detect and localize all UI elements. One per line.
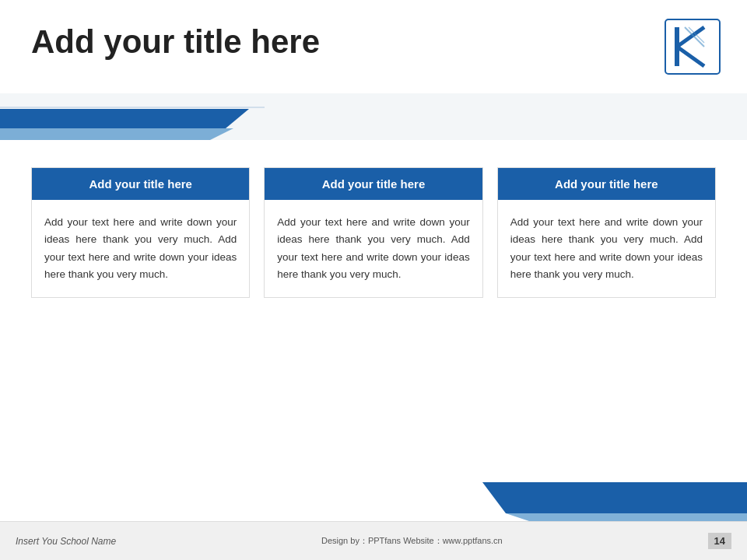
footer-credit: Design by：PPTfans Website：www.pptfans.cn [321, 535, 503, 547]
footer-school-name: Insert You School Name [16, 536, 116, 547]
header-decoration [0, 78, 747, 140]
footer-page-number: 14 [708, 533, 731, 549]
logo-icon [661, 16, 724, 78]
column-2: Add your title here Add your text here a… [264, 167, 482, 298]
column-1-title: Add your title here [32, 168, 249, 200]
column-3-body: Add your text here and write down your i… [498, 200, 715, 297]
column-2-body: Add your text here and write down your i… [265, 200, 482, 297]
column-1: Add your title here Add your text here a… [31, 167, 250, 298]
main-title: Add your title here [31, 23, 320, 61]
svg-marker-10 [482, 482, 747, 513]
svg-line-2 [677, 27, 704, 47]
column-3-title: Add your title here [498, 168, 715, 200]
column-2-title: Add your title here [265, 168, 482, 200]
column-3: Add your title here Add your text here a… [497, 167, 716, 298]
footer-decoration [0, 474, 747, 521]
columns-section: Add your title here Add your text here a… [31, 167, 716, 298]
svg-marker-8 [0, 128, 233, 140]
svg-marker-7 [0, 109, 249, 128]
svg-line-3 [677, 47, 704, 66]
svg-marker-11 [506, 513, 747, 521]
svg-rect-0 [665, 19, 720, 74]
logo-container [661, 16, 724, 78]
column-1-body: Add your text here and write down your i… [32, 200, 249, 297]
footer: Insert You School Name Design by：PPTfans… [0, 521, 747, 560]
header: Add your title here [0, 0, 747, 152]
